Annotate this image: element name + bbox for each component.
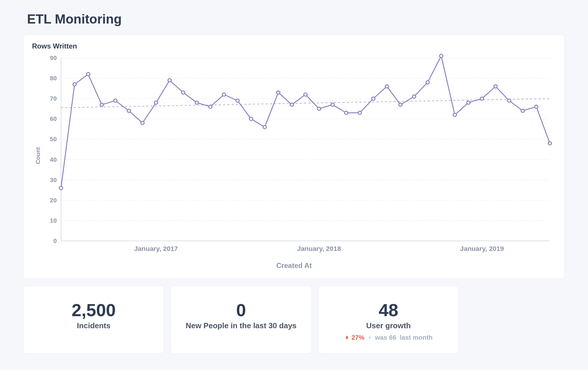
svg-point-38	[236, 99, 239, 102]
svg-point-54	[453, 113, 456, 116]
svg-text:January, 2017: January, 2017	[134, 245, 178, 252]
metric-value: 2,500	[30, 301, 158, 319]
svg-point-39	[249, 117, 253, 121]
rows-written-chart[interactable]: Count 0102030405060708090January, 2017Ja…	[32, 53, 556, 259]
metric-user-growth[interactable]: 48 User growth 27% • was 66 last month	[318, 286, 459, 354]
svg-point-46	[345, 111, 348, 114]
svg-text:0: 0	[53, 238, 57, 244]
svg-text:10: 10	[50, 217, 57, 224]
svg-point-51	[412, 95, 416, 98]
svg-point-53	[440, 54, 443, 58]
svg-text:January, 2018: January, 2018	[297, 245, 341, 252]
svg-point-48	[372, 97, 375, 100]
svg-text:40: 40	[50, 156, 57, 163]
svg-point-40	[263, 125, 266, 129]
svg-point-57	[494, 85, 497, 88]
svg-text:80: 80	[50, 75, 57, 81]
metric-label: New People in the last 30 days	[177, 321, 305, 330]
svg-point-59	[521, 109, 524, 112]
metric-label: User growth	[325, 321, 452, 330]
x-axis-label: Created At	[32, 261, 556, 270]
svg-point-58	[507, 99, 511, 102]
svg-point-29	[113, 99, 117, 102]
svg-point-52	[426, 81, 429, 84]
svg-point-32	[154, 101, 158, 104]
svg-point-61	[548, 142, 552, 145]
svg-text:30: 30	[50, 177, 57, 183]
svg-point-36	[209, 105, 212, 108]
svg-point-27	[86, 73, 90, 76]
metric-incidents[interactable]: 2,500 Incidents	[24, 286, 164, 354]
svg-point-60	[534, 105, 538, 108]
svg-point-47	[358, 111, 361, 114]
metric-new-people[interactable]: 0 New People in the last 30 days	[171, 286, 311, 354]
page-title: ETL Monitoring	[27, 12, 564, 26]
svg-point-43	[304, 93, 307, 96]
svg-point-55	[467, 101, 470, 104]
svg-point-42	[290, 103, 293, 106]
svg-point-25	[59, 186, 63, 190]
y-axis-label: Count	[35, 147, 41, 164]
svg-point-50	[399, 103, 402, 106]
svg-text:50: 50	[50, 136, 57, 143]
svg-point-31	[141, 121, 144, 125]
arrow-down-icon	[344, 335, 350, 340]
metrics-row: 2,500 Incidents 0 New People in the last…	[24, 286, 459, 354]
chart-title: Rows Written	[32, 42, 556, 50]
metric-value: 0	[177, 301, 305, 319]
metric-value: 48	[325, 301, 452, 319]
svg-text:January, 2019: January, 2019	[460, 245, 504, 252]
svg-text:90: 90	[50, 55, 57, 61]
svg-text:20: 20	[50, 197, 57, 204]
svg-point-33	[168, 79, 171, 82]
svg-point-56	[480, 97, 484, 100]
svg-point-34	[181, 91, 185, 94]
svg-point-44	[317, 107, 320, 110]
metric-delta: 27% • was 66 last month	[325, 334, 452, 341]
svg-text:70: 70	[50, 96, 57, 102]
rows-written-chart-card: Rows Written Count 0102030405060708090Ja…	[24, 35, 564, 279]
svg-point-26	[73, 83, 76, 86]
svg-point-41	[277, 91, 280, 94]
svg-point-45	[331, 103, 334, 106]
svg-text:60: 60	[50, 116, 57, 122]
metric-label: Incidents	[30, 321, 158, 330]
svg-point-30	[127, 109, 131, 112]
svg-point-37	[222, 93, 225, 96]
svg-point-28	[100, 103, 103, 106]
svg-point-49	[385, 85, 388, 88]
svg-point-35	[195, 101, 198, 104]
